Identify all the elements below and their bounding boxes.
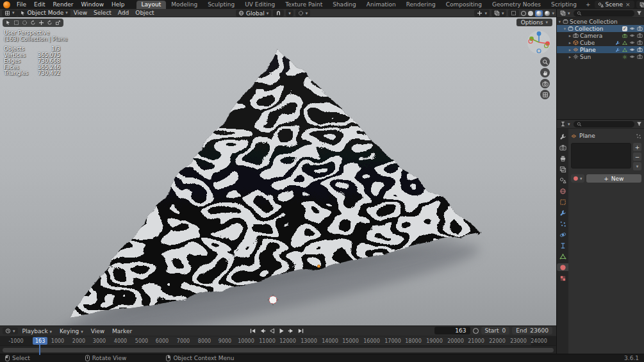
hide-in-viewport-toggle[interactable] [629,54,635,60]
current-frame-field[interactable]: 163 [434,327,470,334]
tab-texture[interactable] [557,274,568,282]
menu-select[interactable]: Select [90,10,115,16]
tab-modifiers[interactable] [557,209,568,217]
menu-add[interactable]: Add [115,10,132,16]
browse-material-dropdown[interactable]: ▾ [571,174,584,183]
show-overlays-button[interactable]: ▾ [491,10,507,17]
workspace-tab-geometry-nodes[interactable]: Geometry Nodes [487,1,546,9]
tool-scale[interactable] [55,20,61,26]
blender-logo-icon[interactable] [3,1,10,8]
shading-rendered-button[interactable] [545,11,550,16]
disable-in-render-toggle[interactable] [637,33,643,38]
shading-dropdown-caret[interactable]: ▾ [552,11,554,16]
next-keyframe-button[interactable] [287,327,295,335]
end-frame-field[interactable]: End23600 [512,327,552,334]
tab-object-data[interactable] [557,252,568,260]
show-gizmos-button[interactable]: ▾ [474,10,490,17]
camera-view-button[interactable] [540,79,550,88]
menu-view[interactable]: View [70,10,90,16]
tab-object[interactable] [557,198,568,206]
tool-move[interactable] [38,20,44,26]
shading-wireframe-button[interactable] [521,11,526,16]
editor-type-button[interactable]: ▾ [2,10,17,17]
workspace-tab-scripting[interactable]: Scripting [546,1,582,9]
tab-material[interactable] [557,263,568,271]
hide-in-viewport-toggle[interactable] [629,47,635,53]
shading-solid-button[interactable] [528,11,533,16]
auto-keying-toggle[interactable] [473,328,479,334]
menu-keying[interactable]: Keying ▾ [56,328,87,334]
outliner-row-cube[interactable]: ▸ Cube [557,39,644,46]
tool-select-box[interactable] [13,20,19,26]
tab-constraints[interactable] [557,242,568,249]
menu-object[interactable]: Object [132,10,157,16]
workspace-tab-sculpting[interactable]: Sculpting [202,1,240,9]
hide-in-viewport-toggle[interactable] [629,33,635,38]
perspective-toggle-button[interactable] [540,90,550,99]
new-material-button[interactable]: + New [586,174,641,183]
jump-to-end-button[interactable] [297,327,305,335]
add-workspace-button[interactable]: + [582,1,595,8]
pin-icon[interactable] [636,133,641,139]
outliner-row-camera[interactable]: ▸ Camera [557,32,644,39]
xray-toggle[interactable] [508,10,519,17]
tab-scene[interactable] [557,176,568,184]
previous-keyframe-button[interactable] [258,327,267,335]
snap-toggle[interactable] [273,10,284,17]
transform-orientation-selector[interactable]: Global ▾ [236,10,271,17]
view-layer-selector[interactable]: ViewLayer × [636,1,644,8]
workspace-tab-modeling[interactable]: Modeling [166,1,202,9]
outliner-row-sun[interactable]: ▸ Sun [557,53,644,60]
viewport-3d[interactable]: Options ▾ User Perspective (163) Collect… [0,17,556,325]
properties-editor-type-button[interactable]: ▾ [559,120,572,128]
outliner-row-collection[interactable]: ▾ Collection ✓ [557,25,644,32]
play-button[interactable] [277,327,286,335]
hide-in-viewport-toggle[interactable] [629,40,635,45]
outliner-row-plane[interactable]: ▸ Plane [557,46,644,53]
scene-selector[interactable]: Scene × [595,1,634,8]
expand-icon[interactable]: ▸ [567,47,573,53]
timeline-playhead[interactable]: 163 [33,337,47,345]
proportional-editing-toggle[interactable]: ▾ [295,10,311,17]
zoom-button[interactable] [540,57,550,67]
workspace-tab-texture-paint[interactable]: Texture Paint [280,1,327,9]
tab-particles[interactable] [557,220,568,227]
properties-filter-icon[interactable] [636,121,642,127]
expand-icon[interactable]: ▸ [567,40,573,45]
timeline-ruler[interactable]: -1000 1000 2000 3000 4000 5000 6000 7000… [0,336,556,345]
workspace-tab-rendering[interactable]: Rendering [401,1,441,9]
menu-help[interactable]: Help [108,0,129,9]
workspace-tab-uv-editing[interactable]: UV Editing [240,1,280,9]
timeline-scrollbar[interactable] [3,348,554,352]
tool-3d-cursor[interactable] [30,20,36,26]
expand-icon[interactable]: ▾ [557,19,563,24]
play-reverse-button[interactable] [268,327,276,335]
workspace-tab-shading[interactable]: Shading [327,1,361,9]
disable-in-render-toggle[interactable] [637,40,643,45]
menu-window[interactable]: Window [78,0,108,9]
options-button[interactable]: Options ▾ [516,19,552,26]
start-frame-field[interactable]: Start0 [481,327,510,334]
menu-playback[interactable]: Playback ▾ [19,328,56,334]
jump-to-start-button[interactable] [249,327,257,335]
menu-tl-view[interactable]: View [88,328,108,334]
disable-in-render-toggle[interactable] [637,54,643,60]
properties-search-input[interactable] [574,121,634,128]
workspace-tab-layout[interactable]: Layout [136,1,167,9]
menu-render[interactable]: Render [49,0,78,9]
expand-icon[interactable]: ▾ [562,26,568,31]
material-slot-list[interactable] [571,143,631,169]
expand-icon[interactable]: ▸ [567,33,573,38]
collection-checkbox[interactable]: ✓ [622,26,627,31]
shading-material-preview-button[interactable] [535,10,543,17]
tab-render[interactable] [557,144,568,151]
tab-world[interactable] [557,187,568,195]
tab-output[interactable] [557,154,568,162]
menu-file[interactable]: File [13,0,30,9]
tab-tool[interactable] [557,133,568,140]
tool-select-circle[interactable] [22,20,28,26]
outliner-row-scene-collection[interactable]: ▾ Scene Collection [557,18,644,25]
unlink-scene-button[interactable]: × [625,1,631,8]
disable-in-render-toggle[interactable] [637,47,643,53]
outliner-editor-type-button[interactable]: ▾ [559,10,572,17]
